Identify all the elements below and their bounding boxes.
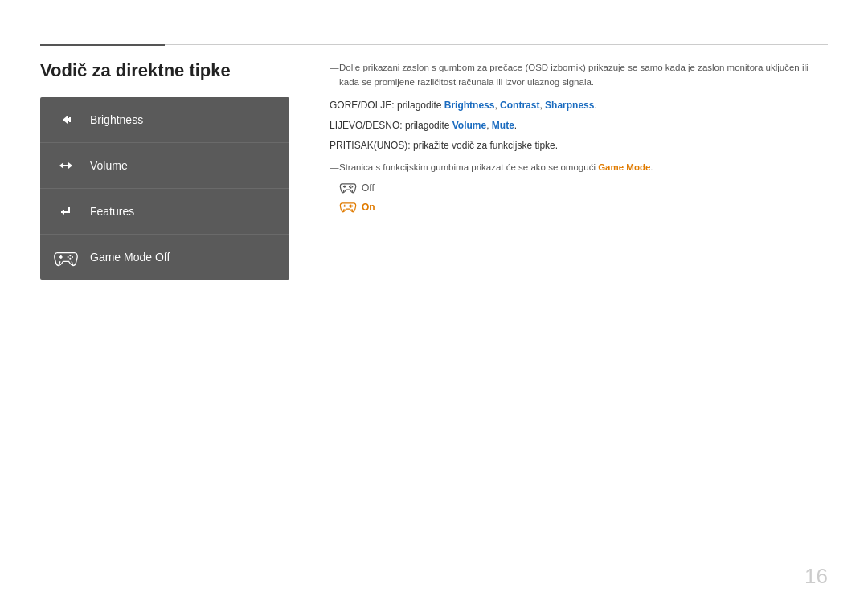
svg-marker-6 [61,210,64,215]
svg-point-20 [349,186,350,187]
svg-point-27 [350,206,352,208]
highlight-brightness: Brightness [444,100,495,111]
lijevo-desno-line: LIJEVO/DESNO: prilagodite Volume, Mute. [330,118,828,133]
gamepad-on-icon [339,199,357,215]
svg-point-28 [349,205,350,206]
on-label: On [362,202,375,213]
svg-point-18 [352,186,354,187]
svg-point-19 [350,187,352,189]
game-mode-label: Game Mode Off [90,251,170,264]
brightness-icon [53,107,79,133]
gamepad-off-icon [339,180,357,196]
top-rule-accent [40,44,165,46]
svg-marker-0 [63,116,68,124]
svg-marker-4 [68,162,72,169]
highlight-game-mode: Game Mode [598,162,650,172]
svg-rect-16 [344,185,345,187]
brightness-label: Brightness [90,113,143,126]
svg-point-10 [72,256,73,258]
svg-point-26 [352,205,354,206]
highlight-volume: Volume [452,120,486,131]
game-mode-options: Off [339,180,828,215]
svg-rect-5 [63,165,68,166]
note-osd: Dolje prikazani zaslon s gumbom za preča… [330,60,828,90]
volume-icon [53,153,79,178]
game-mode-note: Stranica s funkcijskim gumbima prikazat … [330,160,828,174]
gamepad-icon [53,244,79,270]
menu-item-features[interactable]: Features [40,189,289,235]
page-number: 16 [805,564,828,589]
game-mode-on-option: On [339,199,828,215]
game-mode-off-option: Off [339,180,828,196]
highlight-contrast: Contrast [500,100,539,111]
menu-panel: Brightness Volume [40,97,289,280]
gore-dolje-line: GORE/DOLJE: prilagodite Brightness, Cont… [330,98,828,113]
main-content: Vodič za direktne tipke Brightness [40,60,828,573]
off-label: Off [362,182,375,194]
svg-rect-24 [344,204,345,206]
svg-point-25 [350,204,352,206]
menu-item-volume[interactable]: Volume [40,143,289,189]
svg-point-11 [69,258,71,260]
features-label: Features [90,205,134,218]
highlight-sharpness: Sharpness [545,100,594,111]
svg-point-12 [68,256,69,258]
svg-point-17 [350,185,352,186]
right-section: Dolje prikazani zaslon s gumbom za preča… [330,60,828,219]
svg-rect-1 [68,118,69,121]
pritisak-line: PRITISAK(UNOS): prikažite vodič za funkc… [330,138,828,153]
left-section: Vodič za direktne tipke Brightness [40,60,297,280]
menu-item-brightness[interactable]: Brightness [40,97,289,143]
page-title: Vodič za direktne tipke [40,60,297,81]
svg-rect-8 [60,255,62,258]
highlight-mute: Mute [492,120,514,131]
svg-point-9 [69,255,71,256]
volume-label: Volume [90,159,128,172]
features-icon [53,198,79,224]
svg-rect-2 [69,117,71,122]
svg-marker-3 [59,162,63,169]
page-container: Vodič za direktne tipke Brightness [0,0,868,613]
menu-item-game-mode[interactable]: Game Mode Off [40,235,289,280]
